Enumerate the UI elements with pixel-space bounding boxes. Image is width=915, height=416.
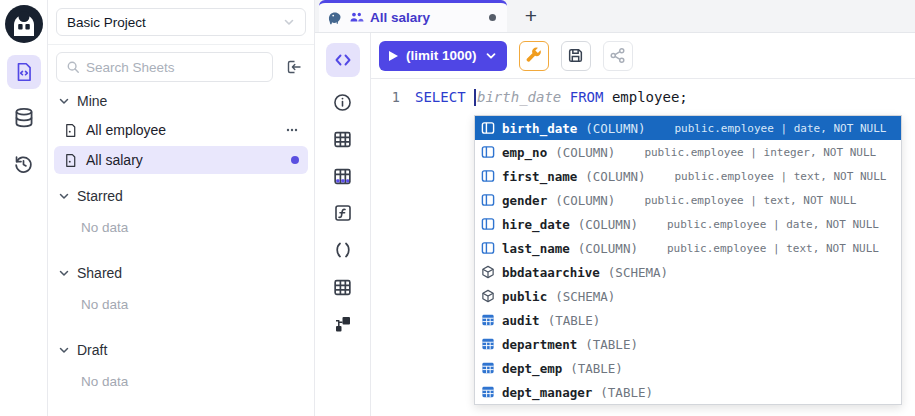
postgresql-icon	[327, 10, 343, 26]
format-sql-button[interactable]	[519, 41, 549, 71]
snippets-panel-button[interactable]	[331, 238, 355, 262]
table-grid-icon	[332, 277, 353, 298]
database-icon	[13, 107, 35, 129]
table-grid-icon	[332, 129, 353, 150]
shared-users-icon	[349, 10, 364, 25]
section-starred-header[interactable]: Starred	[54, 183, 308, 209]
section-shared-header[interactable]: Shared	[54, 260, 308, 286]
section-draft: Draft No data	[54, 337, 308, 405]
databases-nav-button[interactable]	[7, 101, 41, 135]
sheet-file-icon	[63, 123, 78, 138]
history-icon	[13, 154, 34, 175]
project-selector[interactable]: Basic Project	[56, 8, 306, 36]
autocomplete-item[interactable]: dept_manager (TABLE)	[475, 380, 901, 404]
autocomplete-item[interactable]: bbdataarchive (SCHEMA)	[475, 260, 901, 284]
run-query-button[interactable]: (limit 1000)	[379, 41, 507, 71]
result-table-panel-button[interactable]	[331, 275, 355, 299]
autocomplete-item[interactable]: birth_date (COLUMN) public.employee | da…	[475, 116, 901, 140]
work-row: (limit 1000)	[315, 33, 915, 416]
chevron-down-icon	[58, 344, 70, 356]
schema-diagram-icon	[333, 314, 353, 334]
table-highlight-icon	[332, 166, 353, 187]
schema-icon	[481, 289, 495, 303]
chevron-down-icon	[58, 95, 70, 107]
sheets-sidebar: Basic Project	[48, 0, 315, 416]
search-row	[48, 45, 314, 86]
column-icon	[481, 145, 495, 159]
section-mine[interactable]: Mine	[54, 88, 308, 114]
section-draft-header[interactable]: Draft	[54, 337, 308, 363]
sheet-item-all-employee[interactable]: All employee	[54, 116, 308, 144]
run-label: (limit 1000)	[406, 48, 477, 63]
autocomplete-popup: birth_date (COLUMN) public.employee | da…	[474, 115, 902, 405]
empty-state: No data	[54, 286, 308, 328]
section-label: Starred	[77, 188, 123, 204]
unsaved-dot	[291, 156, 299, 164]
editor-toolbar: (limit 1000)	[371, 33, 915, 79]
functions-panel-button[interactable]	[331, 201, 355, 225]
sheets-nav-button[interactable]	[7, 55, 41, 89]
column-icon	[481, 169, 495, 183]
history-nav-button[interactable]	[7, 147, 41, 181]
section-label: Shared	[77, 265, 122, 281]
share-icon	[609, 47, 626, 64]
autocomplete-item[interactable]: audit (TABLE)	[475, 308, 901, 332]
table-icon	[481, 313, 495, 327]
section-starred: Starred No data	[54, 183, 308, 251]
code-line-1: 1 SELECT birth_date FROM employee;	[371, 87, 915, 107]
empty-state: No data	[54, 363, 308, 405]
bytebase-logo[interactable]	[5, 5, 43, 43]
app-rail	[0, 0, 48, 416]
chevron-down-icon	[58, 267, 70, 279]
editor-column: (limit 1000)	[371, 33, 915, 416]
schema-diagram-button[interactable]	[331, 312, 355, 336]
sheet-data-panel-button[interactable]	[331, 164, 355, 188]
tab-unsaved-dot	[489, 14, 496, 21]
section-shared: Shared No data	[54, 260, 308, 328]
project-row: Basic Project	[48, 0, 314, 45]
tab-strip: All salary +	[315, 0, 915, 33]
empty-state: No data	[54, 209, 308, 251]
play-icon	[389, 51, 398, 61]
wrench-icon	[525, 47, 542, 64]
autocomplete-item[interactable]: last_name (COLUMN) public.employee | tex…	[475, 236, 901, 260]
import-sheet-button[interactable]	[280, 54, 306, 80]
parentheses-icon	[333, 240, 353, 260]
more-options-icon[interactable]	[285, 123, 299, 137]
search-icon	[66, 60, 80, 74]
sheets-tree: Mine All employee	[48, 86, 314, 405]
tab-all-salary[interactable]: All salary	[319, 0, 507, 32]
tables-panel-button[interactable]	[331, 127, 355, 151]
code-file-icon	[13, 61, 35, 83]
code-view-button[interactable]	[326, 43, 360, 77]
column-icon	[481, 121, 495, 135]
share-sheet-button[interactable]	[603, 41, 633, 71]
chevron-down-icon	[58, 190, 70, 202]
code-icon	[334, 51, 352, 69]
autocomplete-item[interactable]: hire_date (COLUMN) public.employee | dat…	[475, 212, 901, 236]
sheet-file-icon	[63, 153, 78, 168]
function-icon	[333, 203, 353, 223]
chevron-down-icon[interactable]	[485, 50, 497, 62]
new-tab-button[interactable]: +	[516, 1, 546, 31]
autocomplete-item[interactable]: dept_emp (TABLE)	[475, 356, 901, 380]
autocomplete-item[interactable]: department (TABLE)	[475, 332, 901, 356]
autocomplete-item[interactable]: gender (COLUMN) public.employee | text, …	[475, 188, 901, 212]
tab-label: All salary	[370, 10, 430, 25]
info-panel-button[interactable]	[331, 90, 355, 114]
column-icon	[481, 217, 495, 231]
schema-icon	[481, 265, 495, 279]
section-label: Draft	[77, 342, 107, 358]
section-label: Mine	[77, 93, 107, 109]
save-sheet-button[interactable]	[561, 41, 591, 71]
info-icon	[332, 92, 353, 113]
sql-editor-app: Basic Project	[0, 0, 915, 416]
search-sheets-input[interactable]	[86, 60, 263, 75]
sql-keyword: FROM	[570, 89, 604, 105]
table-icon	[481, 385, 495, 399]
autocomplete-item[interactable]: public (SCHEMA)	[475, 284, 901, 308]
autocomplete-item[interactable]: first_name (COLUMN) public.employee | te…	[475, 164, 901, 188]
search-box	[56, 52, 273, 82]
autocomplete-item[interactable]: emp_no (COLUMN) public.employee | intege…	[475, 140, 901, 164]
sheet-item-all-salary[interactable]: All salary	[54, 146, 308, 174]
